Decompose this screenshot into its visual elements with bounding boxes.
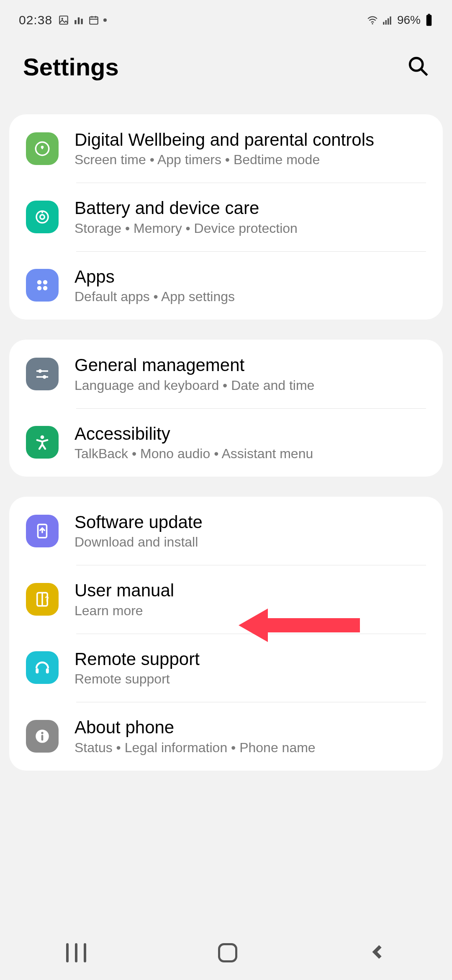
settings-section-3: Software update Download and install ? U… xyxy=(9,497,443,771)
calendar-icon xyxy=(88,15,99,26)
chart-icon xyxy=(73,15,84,26)
nav-recents-button[interactable] xyxy=(66,943,86,962)
row-general-management[interactable]: General management Language and keyboard… xyxy=(9,340,443,408)
row-text: Battery and device care Storage • Memory… xyxy=(74,198,426,236)
remote-icon xyxy=(26,651,59,684)
svg-point-38 xyxy=(41,732,43,734)
svg-rect-0 xyxy=(59,16,68,24)
row-title: Digital Wellbeing and parental controls xyxy=(74,129,426,150)
svg-point-1 xyxy=(62,18,63,20)
row-remote-support[interactable]: Remote support Remote support xyxy=(9,634,443,702)
row-about-phone[interactable]: About phone Status • Legal information •… xyxy=(9,702,443,770)
row-title: About phone xyxy=(74,717,426,738)
row-subtitle: Language and keyboard • Date and time xyxy=(74,378,426,393)
row-text: Accessibility TalkBack • Mono audio • As… xyxy=(74,423,426,462)
manual-icon: ? xyxy=(26,583,59,616)
row-text: Digital Wellbeing and parental controls … xyxy=(74,129,426,168)
svg-point-30 xyxy=(41,436,44,439)
nav-home-button[interactable] xyxy=(218,943,237,962)
svg-rect-2 xyxy=(74,20,76,24)
row-subtitle: Remote support xyxy=(74,671,426,687)
update-icon xyxy=(26,515,59,547)
svg-rect-3 xyxy=(78,18,80,24)
general-icon xyxy=(26,358,59,390)
svg-point-20 xyxy=(40,215,45,219)
svg-rect-13 xyxy=(390,16,391,25)
svg-rect-39 xyxy=(41,735,44,740)
svg-point-22 xyxy=(37,280,42,285)
row-title: Remote support xyxy=(74,649,426,670)
row-title: General management xyxy=(74,355,426,376)
svg-rect-11 xyxy=(385,20,387,25)
status-clock: 02:38 xyxy=(19,13,52,27)
svg-text:?: ? xyxy=(45,596,49,603)
svg-point-27 xyxy=(38,369,42,373)
svg-rect-36 xyxy=(46,668,49,673)
svg-rect-15 xyxy=(426,15,432,26)
devicecare-icon xyxy=(26,201,59,233)
row-apps[interactable]: Apps Default apps • App settings xyxy=(9,251,443,320)
row-text: Apps Default apps • App settings xyxy=(74,266,426,304)
battery-icon xyxy=(425,14,433,26)
row-text: User manual Learn more xyxy=(74,580,426,618)
image-icon xyxy=(58,15,69,26)
row-accessibility[interactable]: Accessibility TalkBack • Mono audio • As… xyxy=(9,408,443,477)
svg-rect-10 xyxy=(383,22,384,25)
svg-point-25 xyxy=(43,286,48,291)
svg-rect-14 xyxy=(428,14,430,15)
apps-icon xyxy=(26,269,59,302)
svg-rect-12 xyxy=(388,18,389,25)
svg-line-17 xyxy=(421,69,427,75)
settings-section-2: General management Language and keyboard… xyxy=(9,340,443,477)
svg-point-24 xyxy=(37,286,42,291)
row-text: Remote support Remote support xyxy=(74,649,426,687)
more-notifications-dot xyxy=(103,18,107,22)
svg-point-29 xyxy=(43,375,46,379)
status-left: 02:38 xyxy=(19,13,107,27)
about-icon xyxy=(26,720,59,753)
accessibility-icon xyxy=(26,426,59,459)
row-text: Software update Download and install xyxy=(74,512,426,550)
row-subtitle: Download and install xyxy=(74,534,426,550)
page-header: Settings xyxy=(0,33,452,114)
status-right: 96% xyxy=(367,13,433,27)
row-subtitle: TalkBack • Mono audio • Assistant menu xyxy=(74,446,426,462)
nav-back-button[interactable] xyxy=(369,944,386,962)
row-battery-device-care[interactable]: Battery and device care Storage • Memory… xyxy=(9,183,443,251)
row-subtitle: Status • Legal information • Phone name xyxy=(74,740,426,756)
row-title: Apps xyxy=(74,266,426,287)
wellbeing-icon xyxy=(26,132,59,165)
row-subtitle: Learn more xyxy=(74,603,426,619)
system-nav-bar xyxy=(0,926,452,980)
row-title: User manual xyxy=(74,580,426,601)
svg-point-9 xyxy=(372,23,373,24)
row-software-update[interactable]: Software update Download and install xyxy=(9,497,443,565)
row-title: Accessibility xyxy=(74,423,426,444)
row-digital-wellbeing[interactable]: Digital Wellbeing and parental controls … xyxy=(9,114,443,183)
search-button[interactable] xyxy=(407,55,429,78)
battery-percentage: 96% xyxy=(397,13,421,27)
status-notification-icons xyxy=(58,15,107,26)
settings-section-1: Digital Wellbeing and parental controls … xyxy=(9,114,443,320)
row-text: About phone Status • Legal information •… xyxy=(74,717,426,755)
status-bar: 02:38 96% xyxy=(0,0,452,33)
row-subtitle: Screen time • App timers • Bedtime mode xyxy=(74,152,426,168)
row-title: Battery and device care xyxy=(74,198,426,219)
wifi-icon xyxy=(367,15,378,26)
svg-rect-5 xyxy=(90,17,98,24)
row-user-manual[interactable]: ? User manual Learn more xyxy=(9,565,443,633)
row-text: General management Language and keyboard… xyxy=(74,355,426,393)
signal-icon xyxy=(382,15,393,26)
search-icon xyxy=(407,55,429,77)
page-title: Settings xyxy=(23,53,119,81)
row-subtitle: Default apps • App settings xyxy=(74,289,426,304)
svg-point-23 xyxy=(43,280,48,285)
row-title: Software update xyxy=(74,512,426,533)
svg-rect-35 xyxy=(36,668,39,673)
svg-rect-4 xyxy=(81,19,82,24)
svg-point-16 xyxy=(410,58,423,71)
row-subtitle: Storage • Memory • Device protection xyxy=(74,221,426,236)
